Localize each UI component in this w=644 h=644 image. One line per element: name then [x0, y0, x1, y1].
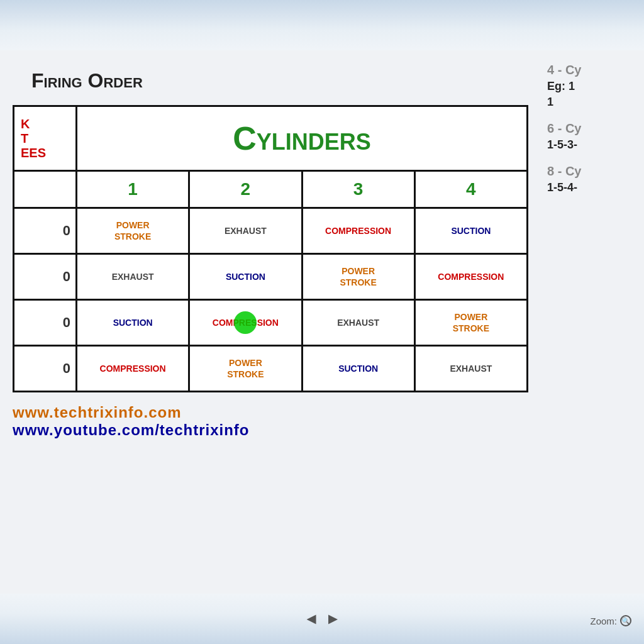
cell-text-r1-c1: Suction [226, 271, 265, 282]
cell-text-r1-c3: Compression [438, 271, 504, 282]
right-heading-8cyl: 8 - Cy [547, 164, 638, 179]
cell-text-r2-c2: Exhaust [337, 317, 379, 328]
data-row-2: 0SuctionCompressionExhaustPower Stroke [14, 301, 526, 347]
cell-text-r1-c0: Exhaust [112, 271, 154, 282]
right-detail-4cyl-1: Eg: 1 [547, 80, 638, 93]
cell-r0-c2: Compression [303, 209, 416, 253]
corner-cell [14, 172, 77, 207]
row-label-text-0: 0 [63, 223, 70, 239]
cell-text-r0-c0: Power Stroke [114, 219, 151, 242]
cylinders-label: Cylinders [233, 120, 371, 157]
cell-text-r2-c0: Suction [113, 317, 153, 328]
next-arrow[interactable]: ▶ [328, 612, 337, 626]
col-num-2: 2 [190, 172, 303, 207]
website-link1: www.techtrixinfo.com [13, 404, 181, 421]
right-panel: 4 - Cy Eg: 1 1 6 - Cy 1-5-3- 8 - Cy 1-5-… [541, 50, 644, 594]
right-section-6cyl: 6 - Cy 1-5-3- [547, 121, 638, 152]
zoom-icon[interactable]: 🔍 [620, 615, 631, 626]
website-link2: www.youtube.com/techtrixinfo [13, 421, 249, 439]
cell-r1-c3: Compression [416, 255, 526, 299]
cell-text-r3-c3: Exhaust [450, 363, 492, 374]
cell-text-r3-c0: Compression [100, 363, 166, 374]
cell-r2-c0: Suction [77, 301, 190, 345]
label-ees: EES [21, 146, 46, 160]
cell-text-r3-c1: Power Stroke [227, 357, 264, 380]
cell-r3-c2: Suction [303, 347, 416, 391]
website-links: www.techtrixinfo.com www.youtube.com/tec… [13, 404, 249, 439]
cell-text-r0-c1: Exhaust [225, 225, 267, 236]
cell-text-r0-c3: Suction [451, 225, 491, 236]
slide-title: Firing Order [31, 69, 143, 92]
cell-r3-c1: Power Stroke [190, 347, 303, 391]
row-label-1: 0 [14, 255, 77, 299]
row-label-text-2: 0 [63, 314, 70, 331]
right-section-8cyl: 8 - Cy 1-5-4- [547, 164, 638, 194]
row-label-2: 0 [14, 301, 77, 345]
row-label-text-1: 0 [63, 269, 70, 285]
data-row-3: 0CompressionPower StrokeSuctionExhaust [14, 347, 526, 391]
row-label-header: K T EES [14, 107, 77, 170]
cell-r2-c2: Exhaust [303, 301, 416, 345]
cell-r1-c1: Suction [190, 255, 303, 299]
firing-order-table: K T EES Cylinders 1 2 3 4 0Power StrokeE… [13, 105, 528, 392]
cell-text-r0-c2: Compression [325, 225, 391, 236]
main-area: Firing Order K T EES Cylinders 1 2 3 4 [0, 50, 644, 594]
right-heading-4cyl: 4 - Cy [547, 63, 638, 77]
right-section-4cyl: 4 - Cy Eg: 1 1 [547, 63, 638, 109]
cell-r0-c0: Power Stroke [77, 209, 190, 253]
right-detail-8cyl: 1-5-4- [547, 181, 638, 194]
label-k: K [21, 117, 30, 131]
cell-r1-c2: Power Stroke [303, 255, 416, 299]
right-detail-4cyl-2: 1 [547, 96, 638, 109]
col-num-1: 1 [77, 172, 190, 207]
cursor-dot [234, 311, 257, 334]
cell-r3-c3: Exhaust [416, 347, 526, 391]
cell-text-r2-c3: Power Stroke [453, 311, 489, 334]
zoom-text: Zoom: [590, 616, 617, 626]
cell-text-r3-c2: Suction [338, 363, 378, 374]
right-heading-6cyl: 6 - Cy [547, 121, 638, 136]
row-label-3: 0 [14, 347, 77, 391]
top-bar [0, 0, 644, 50]
row-label-text-3: 0 [63, 360, 70, 377]
label-t: T [21, 131, 28, 146]
data-row-1: 0ExhaustSuctionPower StrokeCompression [14, 255, 526, 301]
cell-r1-c0: Exhaust [77, 255, 190, 299]
prev-arrow[interactable]: ◀ [307, 612, 316, 626]
cell-r0-c3: Suction [416, 209, 526, 253]
right-detail-6cyl: 1-5-3- [547, 138, 638, 152]
cylinders-header-row: K T EES Cylinders [14, 107, 526, 172]
cell-r2-c1: Compression [190, 301, 303, 345]
col-num-4: 4 [416, 172, 526, 207]
cell-r2-c3: Power Stroke [416, 301, 526, 345]
col-num-3: 3 [303, 172, 416, 207]
row-label-0: 0 [14, 209, 77, 253]
zoom-label: Zoom: 🔍 [590, 615, 631, 626]
cell-r3-c0: Compression [77, 347, 190, 391]
data-row-0: 0Power StrokeExhaustCompressionSuction [14, 209, 526, 255]
cell-r0-c1: Exhaust [190, 209, 303, 253]
bottom-bar: ◀ ▶ Zoom: 🔍 [0, 594, 644, 644]
slide-area: Firing Order K T EES Cylinders 1 2 3 4 [0, 50, 541, 594]
cell-text-r1-c2: Power Stroke [340, 265, 376, 288]
cylinders-title-cell: Cylinders [77, 107, 526, 170]
col-numbers-row: 1 2 3 4 [14, 172, 526, 209]
data-rows-container: 0Power StrokeExhaustCompressionSuction0E… [14, 209, 526, 391]
